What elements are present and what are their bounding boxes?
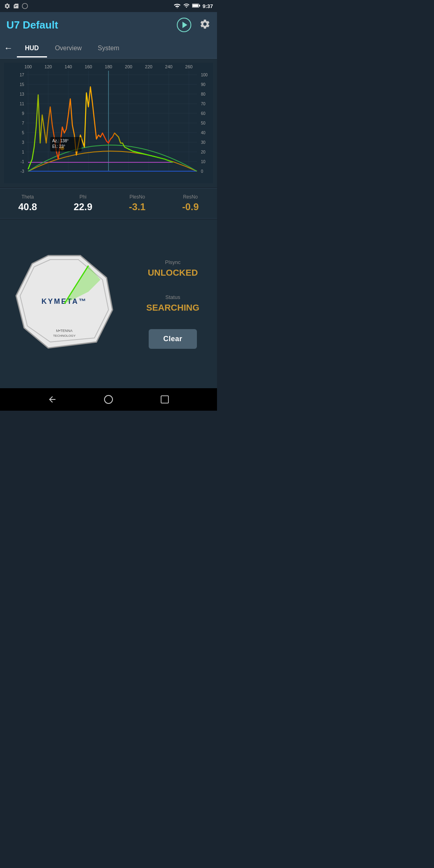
circle-icon bbox=[22, 3, 28, 9]
status-bar-right: 9:37 bbox=[174, 2, 213, 10]
svg-text:11: 11 bbox=[20, 102, 25, 106]
svg-text:9: 9 bbox=[22, 111, 24, 116]
svg-text:20: 20 bbox=[201, 150, 206, 154]
status-bar-left bbox=[4, 3, 28, 9]
stat-resno-value: -0.9 bbox=[182, 201, 199, 213]
clear-button[interactable]: Clear bbox=[149, 329, 197, 349]
stat-plesno-value: -3.1 bbox=[129, 201, 145, 213]
stat-plesno-label: PlesNo bbox=[129, 194, 145, 200]
svg-text:30: 30 bbox=[201, 140, 206, 145]
svg-text:80: 80 bbox=[201, 92, 206, 96]
svg-text:TECHNOLOGY: TECHNOLOGY bbox=[53, 334, 76, 338]
antenna-panel: KYMETA™ M•TENNA TECHNOLOGY bbox=[0, 219, 129, 388]
play-button[interactable] bbox=[177, 18, 191, 32]
tab-system[interactable]: System bbox=[90, 39, 127, 57]
stats-bar: Theta 40.8 Phi 22.9 PlesNo -3.1 ResNo -0… bbox=[0, 188, 217, 219]
svg-text:3: 3 bbox=[22, 140, 24, 145]
svg-text:120: 120 bbox=[45, 64, 52, 69]
settings-icon bbox=[4, 3, 10, 9]
svg-text:100: 100 bbox=[25, 64, 32, 69]
svg-text:50: 50 bbox=[201, 121, 206, 125]
svg-point-70 bbox=[104, 395, 113, 403]
stat-phi: Phi 22.9 bbox=[74, 194, 92, 213]
svg-text:180: 180 bbox=[105, 64, 112, 69]
svg-text:90: 90 bbox=[201, 82, 206, 87]
plsync-label: Plsync bbox=[148, 259, 198, 265]
stat-phi-label: Phi bbox=[74, 194, 92, 200]
antenna-diagram: KYMETA™ M•TENNA TECHNOLOGY bbox=[8, 248, 121, 360]
navigation-bar bbox=[0, 388, 217, 411]
stat-theta: Theta 40.8 bbox=[18, 194, 37, 213]
svg-text:M•TENNA: M•TENNA bbox=[56, 329, 72, 333]
chart-svg: 100 120 140 160 180 200 220 240 260 17 1… bbox=[3, 63, 214, 183]
nav-back-button[interactable] bbox=[46, 393, 58, 405]
signal-icon bbox=[183, 2, 190, 10]
bottom-section: KYMETA™ M•TENNA TECHNOLOGY Plsync UNLOCK… bbox=[0, 219, 217, 388]
header-icons bbox=[177, 18, 211, 32]
svg-rect-71 bbox=[161, 396, 168, 403]
stat-resno: ResNo -0.9 bbox=[182, 194, 199, 213]
svg-point-0 bbox=[22, 3, 27, 8]
svg-text:240: 240 bbox=[165, 64, 172, 69]
tab-bar: ← HUD Overview System bbox=[0, 38, 217, 59]
svg-text:KYMETA™: KYMETA™ bbox=[41, 297, 87, 305]
svg-text:40: 40 bbox=[201, 131, 206, 135]
svg-text:200: 200 bbox=[125, 64, 132, 69]
svg-text:260: 260 bbox=[185, 64, 192, 69]
svg-text:70: 70 bbox=[201, 102, 206, 106]
svg-text:160: 160 bbox=[85, 64, 92, 69]
chart-section: 100 120 140 160 180 200 220 240 260 17 1… bbox=[0, 59, 217, 187]
status-value: SEARCHING bbox=[146, 303, 199, 313]
stat-phi-value: 22.9 bbox=[74, 201, 92, 213]
sdcard-icon bbox=[13, 3, 19, 9]
stat-plesno: PlesNo -3.1 bbox=[129, 194, 145, 213]
svg-text:-3: -3 bbox=[20, 169, 24, 174]
stat-theta-label: Theta bbox=[18, 194, 37, 200]
stat-theta-value: 40.8 bbox=[18, 201, 37, 213]
nav-home-button[interactable] bbox=[102, 393, 115, 405]
svg-text:Az.: 138°: Az.: 138° bbox=[52, 139, 69, 143]
svg-text:0: 0 bbox=[201, 169, 203, 174]
svg-text:El.: 23°: El.: 23° bbox=[52, 144, 65, 149]
svg-text:17: 17 bbox=[20, 73, 25, 77]
svg-text:100: 100 bbox=[201, 73, 208, 77]
nav-recent-button[interactable] bbox=[159, 393, 171, 405]
svg-text:15: 15 bbox=[20, 82, 25, 87]
stat-resno-label: ResNo bbox=[182, 194, 199, 200]
status-label: Status bbox=[146, 294, 199, 300]
clock: 9:37 bbox=[203, 3, 213, 9]
status-bar: 9:37 bbox=[0, 0, 217, 12]
play-icon bbox=[182, 22, 187, 28]
back-button[interactable]: ← bbox=[4, 43, 13, 53]
tab-hud[interactable]: HUD bbox=[17, 39, 47, 57]
plsync-group: Plsync UNLOCKED bbox=[148, 259, 198, 278]
plsync-value: UNLOCKED bbox=[148, 268, 198, 278]
svg-text:13: 13 bbox=[20, 92, 25, 96]
battery-icon bbox=[192, 3, 200, 10]
status-group: Status SEARCHING bbox=[146, 294, 199, 313]
svg-rect-2 bbox=[199, 4, 200, 6]
svg-text:140: 140 bbox=[65, 64, 72, 69]
svg-text:10: 10 bbox=[201, 160, 206, 164]
wifi-icon bbox=[174, 3, 181, 10]
svg-rect-3 bbox=[192, 4, 198, 6]
info-panel: Plsync UNLOCKED Status SEARCHING Clear bbox=[129, 219, 217, 388]
svg-text:7: 7 bbox=[22, 121, 24, 125]
app-title: U7 Default bbox=[6, 19, 58, 31]
chart-container[interactable]: 100 120 140 160 180 200 220 240 260 17 1… bbox=[3, 63, 214, 183]
settings-header-icon[interactable] bbox=[199, 18, 211, 31]
app-header: U7 Default bbox=[0, 12, 217, 38]
svg-text:1: 1 bbox=[22, 150, 24, 154]
svg-text:-1: -1 bbox=[20, 160, 24, 164]
svg-text:60: 60 bbox=[201, 111, 206, 116]
tab-overview[interactable]: Overview bbox=[47, 39, 90, 57]
antenna-svg: KYMETA™ M•TENNA TECHNOLOGY bbox=[8, 248, 121, 360]
svg-text:5: 5 bbox=[22, 131, 24, 135]
svg-text:220: 220 bbox=[145, 64, 152, 69]
